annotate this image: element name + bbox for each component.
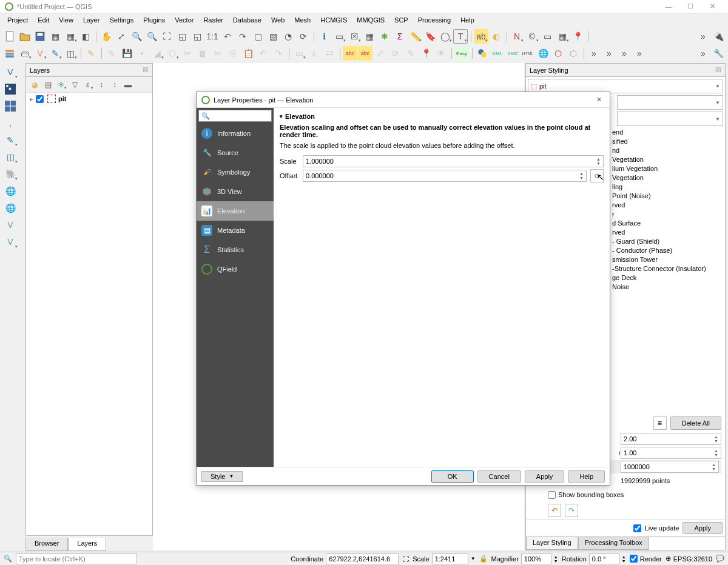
render-checkbox[interactable]	[630, 555, 638, 563]
sidebar-item-symbology[interactable]: 🖌Symbology	[197, 162, 274, 182]
list-item[interactable]: Vegetation	[611, 173, 721, 182]
menu-scp[interactable]: SCP	[389, 15, 413, 25]
list-item[interactable]: rved	[611, 201, 721, 210]
redo-icon[interactable]: ↷	[271, 46, 286, 61]
extents-icon[interactable]: ⛶	[402, 555, 409, 563]
menu-view[interactable]: View	[54, 15, 78, 25]
stats-icon[interactable]: Σ	[393, 29, 407, 44]
label-change-icon[interactable]: ✎	[403, 46, 418, 61]
select-icon[interactable]: ▭	[332, 29, 346, 44]
label-move-icon[interactable]: ⤢	[373, 46, 388, 61]
layer-collapse-icon[interactable]: ↕	[109, 79, 121, 91]
coord-input[interactable]	[326, 553, 399, 564]
north-icon[interactable]: N	[510, 29, 524, 44]
label-rotate-icon[interactable]: ⟳	[388, 46, 403, 61]
sidebar-search-input[interactable]: 🔍	[198, 110, 272, 122]
sidebar-item-statistics[interactable]: ΣStatistics	[197, 240, 274, 259]
layer-eye-icon[interactable]: 👁	[55, 79, 67, 91]
easy-icon[interactable]: Easy	[454, 46, 469, 61]
zoom-out-icon[interactable]: 🔍	[144, 29, 159, 44]
styling-apply-button[interactable]: Apply	[682, 522, 723, 534]
annotation-icon[interactable]: T	[453, 29, 468, 44]
decorations-icon[interactable]: ◔	[281, 29, 295, 44]
layer-expr-icon[interactable]: ε	[82, 79, 94, 91]
zoom-in-icon[interactable]: 🔍	[129, 29, 144, 44]
save-icon[interactable]	[33, 29, 47, 44]
menu-processing[interactable]: Processing	[413, 15, 456, 25]
label-hide-icon[interactable]: 👁	[434, 46, 448, 61]
add-vector-icon[interactable]: V	[2, 64, 18, 80]
sidebar-item-metadata[interactable]: ▤Metadata	[197, 221, 274, 240]
tab-browser[interactable]: Browser	[25, 538, 68, 551]
refresh-icon[interactable]: ⟳	[296, 29, 311, 44]
add-postgis-icon[interactable]: 🐘	[2, 166, 18, 182]
deselect-icon[interactable]: ☒	[347, 29, 362, 44]
menu-mmqgis[interactable]: MMQGIS	[352, 15, 389, 25]
list-item[interactable]: lium Vegetation	[611, 164, 721, 173]
help-chevron-icon[interactable]: »	[696, 29, 710, 44]
attribute-selector[interactable]: ▼	[617, 112, 723, 126]
menu-edit[interactable]: Edit	[33, 15, 54, 25]
menu-layer[interactable]: Layer	[78, 15, 105, 25]
messages-icon[interactable]: 💬	[716, 555, 724, 563]
data-source-icon[interactable]	[2, 46, 17, 61]
list-item[interactable]: d Surface	[611, 219, 721, 228]
list-item[interactable]: r	[611, 210, 721, 219]
hex-red-icon[interactable]: ⬡	[551, 46, 565, 61]
lock-icon[interactable]: 🔒	[479, 555, 488, 563]
list-item[interactable]: -Structure Connector (Insulator)	[611, 264, 721, 273]
hex-icon[interactable]: ⬡	[566, 46, 581, 61]
copyright-icon[interactable]: ©	[525, 29, 539, 44]
chev3-icon[interactable]: »	[617, 46, 632, 61]
chev4-icon[interactable]: »	[632, 46, 647, 61]
new-map-icon[interactable]: ▢	[251, 29, 265, 44]
tab-layers[interactable]: Layers	[68, 538, 106, 551]
zoom-selection-icon[interactable]: ◱	[175, 29, 189, 44]
sidebar-item-elevation[interactable]: 📊Elevation	[197, 201, 274, 221]
menu-mesh[interactable]: Mesh	[289, 15, 315, 25]
layer-funnel-icon[interactable]: ▽	[69, 79, 81, 91]
redo-style-icon[interactable]: ↷	[565, 504, 578, 517]
classify-list-icon[interactable]: ≡	[653, 416, 667, 430]
undo-icon[interactable]: ↶	[256, 46, 271, 61]
undo-style-icon[interactable]: ↶	[548, 504, 561, 517]
paste-icon[interactable]: 📋	[241, 46, 255, 61]
add-feature-icon[interactable]: •	[135, 46, 149, 61]
add-spatialite-icon[interactable]: ◫	[2, 149, 18, 165]
scale-input[interactable]: 1.000000▲▼	[303, 155, 604, 167]
list-item[interactable]: sified	[611, 137, 721, 146]
ok-button[interactable]: OK	[431, 470, 474, 483]
virtual-layer-icon[interactable]: ◫	[63, 46, 78, 61]
wrench-icon[interactable]: 🔧	[711, 46, 726, 61]
menu-project[interactable]: Project	[2, 15, 33, 25]
chev1-icon[interactable]: »	[587, 46, 601, 61]
map-tips-icon[interactable]: ◯	[438, 29, 453, 44]
refresh-offset-icon[interactable]: ⟳	[590, 169, 604, 182]
pan-selection-icon[interactable]: ⤢	[114, 29, 129, 44]
layer-style-icon[interactable]: ◕	[29, 79, 41, 91]
tab-layer-styling[interactable]: Layer Styling	[526, 537, 578, 550]
zoom-native-icon[interactable]: 1:1	[205, 29, 220, 44]
cut-icon[interactable]: ✂	[211, 46, 225, 61]
add-other-icon[interactable]: V	[2, 234, 18, 250]
list-item[interactable]: nd	[611, 146, 721, 155]
kmz-icon[interactable]: KMZ	[505, 46, 520, 61]
layer-visibility-checkbox[interactable]	[36, 95, 44, 103]
add-mesh-icon[interactable]	[2, 98, 18, 114]
new-project-icon[interactable]	[2, 29, 17, 44]
sidebar-item-information[interactable]: iInformation	[197, 124, 274, 143]
layer-remove-icon[interactable]: ▬	[122, 79, 134, 91]
menu-raster[interactable]: Raster	[198, 15, 228, 25]
mag-input[interactable]	[521, 553, 551, 564]
style-menu-button[interactable]: Style▼	[201, 471, 243, 482]
list-item[interactable]: Noise	[611, 282, 721, 292]
list-item[interactable]: Point (Noise)	[611, 192, 721, 201]
zoom-last-icon[interactable]: ↶	[220, 29, 235, 44]
ge-icon[interactable]: 🌐	[536, 46, 550, 61]
delete-all-button[interactable]: Delete All	[670, 416, 721, 430]
rot-input[interactable]	[589, 553, 619, 564]
scale-input[interactable]	[432, 553, 468, 564]
elevation-heading[interactable]: Elevation	[280, 113, 604, 120]
menu-settings[interactable]: Settings	[104, 15, 138, 25]
point-size-spin[interactable]: 2.00▲▼	[621, 433, 721, 445]
